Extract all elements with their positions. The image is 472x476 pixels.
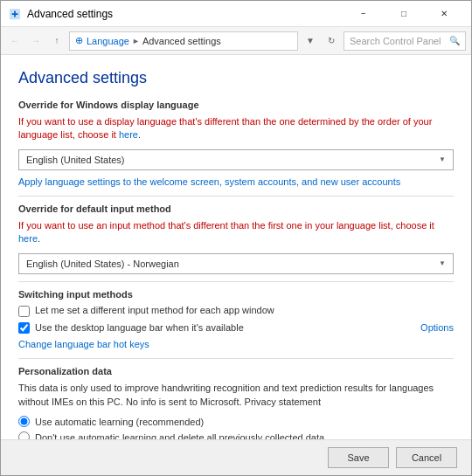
window-controls: − □ ✕ (344, 1, 464, 27)
radio-row-2: Don't use automatic learning and delete … (18, 431, 454, 439)
switching-input-section: Switching input methods Let me set a dif… (18, 289, 454, 351)
privacy-statement-link[interactable]: Privacy statement (245, 397, 321, 407)
forward-button[interactable]: → (27, 32, 45, 50)
options-link[interactable]: Options (420, 322, 454, 333)
refresh-button[interactable]: ↻ (323, 32, 340, 50)
personalization-title: Personalization data (18, 366, 454, 376)
chevron-down-icon: ▼ (439, 155, 446, 163)
save-button[interactable]: Save (328, 447, 389, 468)
input-chevron-down-icon: ▼ (439, 259, 446, 267)
override-input-method-section: Override for default input method If you… (18, 204, 454, 274)
up-button[interactable]: ↑ (48, 32, 66, 50)
breadcrumb-item-2: Advanced settings (142, 36, 221, 46)
minimize-button[interactable]: − (344, 1, 384, 27)
personalization-info-text: This data is only used to improve handwr… (18, 383, 434, 407)
divider-3 (18, 358, 454, 359)
display-language-dropdown[interactable]: English (United States) ▼ (18, 149, 454, 170)
page-title: Advanced settings (18, 69, 454, 87)
input-here-link[interactable]: here (18, 233, 38, 244)
different-input-method-label: Let me set a different input method for … (35, 305, 454, 315)
window-title: Advanced settings (27, 8, 344, 20)
apply-language-link[interactable]: Apply language settings to the welcome s… (18, 176, 400, 187)
info-here-link[interactable]: here (119, 129, 138, 140)
input-method-dropdown[interactable]: English (United States) - Norwegian ▼ (18, 253, 454, 274)
input-info-text-highlight: If you want to use an input method that'… (18, 220, 434, 231)
checkbox-row-2: Use the desktop language bar when it's a… (18, 321, 454, 334)
breadcrumb: ⊕ Language ► Advanced settings (69, 31, 298, 51)
personalization-info: This data is only used to improve handwr… (18, 382, 454, 410)
back-button[interactable]: ← (6, 32, 24, 50)
divider-1 (18, 196, 454, 197)
divider-2 (18, 281, 454, 282)
input-method-dropdown-value: English (United States) - Norwegian (26, 259, 439, 269)
desktop-language-bar-checkbox[interactable] (18, 322, 30, 334)
search-bar[interactable]: Search Control Panel 🔍 (344, 31, 466, 51)
content-area: Advanced settings Override for Windows d… (1, 55, 471, 439)
breadcrumb-item-1[interactable]: Language (87, 36, 129, 46)
close-button[interactable]: ✕ (424, 1, 464, 27)
cancel-button[interactable]: Cancel (396, 447, 457, 468)
no-learning-label: Don't use automatic learning and delete … (35, 432, 324, 439)
override-display-language-title: Override for Windows display language (18, 100, 454, 110)
window: Advanced settings − □ ✕ ← → ↑ ⊕ Language… (0, 0, 472, 476)
no-learning-radio[interactable] (18, 431, 30, 439)
search-icon: 🔍 (449, 36, 460, 45)
checkbox-row-1: Let me set a different input method for … (18, 305, 454, 317)
override-display-language-info: If you want to use a display language th… (18, 115, 454, 142)
window-icon (8, 7, 22, 21)
address-bar: ← → ↑ ⊕ Language ► Advanced settings ▼ ↻… (1, 27, 471, 55)
search-placeholder: Search Control Panel (350, 36, 441, 46)
title-bar: Advanced settings − □ ✕ (1, 1, 471, 27)
radio-row-1: Use automatic learning (recommended) (18, 416, 454, 427)
dropdown-button[interactable]: ▼ (302, 32, 319, 50)
maximize-button[interactable]: □ (384, 1, 424, 27)
globe-icon: ⊕ (75, 35, 83, 46)
desktop-language-bar-label: Use the desktop language bar when it's a… (35, 322, 415, 333)
override-input-method-info: If you want to use an input method that'… (18, 219, 454, 246)
info-text-highlight: If you want to use a display language th… (18, 116, 432, 140)
personalization-section: Personalization data This data is only u… (18, 366, 454, 439)
auto-learning-label: Use automatic learning (recommended) (35, 417, 204, 427)
different-input-method-checkbox[interactable] (18, 306, 30, 317)
override-input-method-title: Override for default input method (18, 204, 454, 214)
switching-input-title: Switching input methods (18, 289, 454, 300)
bottom-bar: Save Cancel (1, 439, 471, 475)
breadcrumb-separator: ► (132, 37, 140, 45)
change-hot-keys-link[interactable]: Change language bar hot keys (18, 339, 149, 349)
auto-learning-radio[interactable] (18, 416, 30, 427)
display-language-dropdown-value: English (United States) (26, 155, 439, 165)
override-display-language-section: Override for Windows display language If… (18, 100, 454, 189)
